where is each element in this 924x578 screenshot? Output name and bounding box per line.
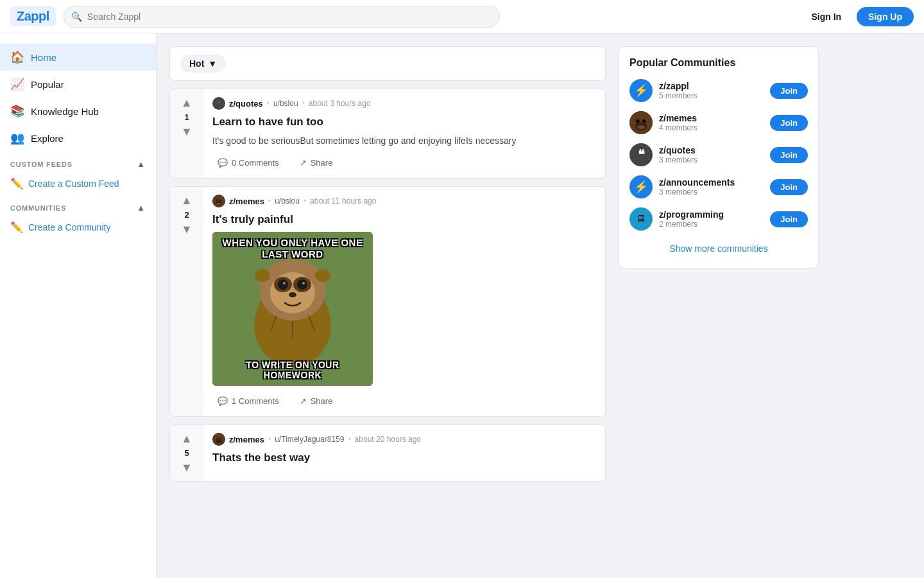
meme-image-2: WHEN YOU ONLY HAVE ONE LAST WORD TO WRIT…	[212, 232, 373, 386]
right-sidebar: Popular Communities ⚡ z/zappl 5 members …	[619, 46, 819, 565]
svg-point-26	[637, 125, 645, 129]
post-card-2: ▲ 2 ▼ z/memes • u/bslou	[169, 186, 606, 417]
join-button-zappl[interactable]: Join	[770, 83, 808, 99]
sidebar-item-home[interactable]: 🏠 Home	[0, 44, 156, 71]
community-info-announcements: z/announcements 3 members	[659, 177, 764, 197]
share-label-1: Share	[311, 158, 333, 168]
filter-hot-label: Hot	[189, 58, 204, 69]
popular-icon: 📈	[10, 77, 24, 91]
join-button-announcements[interactable]: Join	[770, 179, 808, 195]
create-community-icon: ✏️	[10, 221, 23, 233]
post-meta-2: z/memes • u/bslou • about 11 hours ago	[212, 195, 596, 207]
share-button-2[interactable]: ↗ Share	[295, 394, 338, 408]
upvote-button-1[interactable]: ▲	[180, 96, 194, 110]
community-icon-memes	[629, 111, 653, 134]
logo: Zappl	[10, 6, 56, 26]
custom-feeds-label: CUSTOM FEEDS	[10, 161, 73, 168]
community-row-quotes: ❝ z/quotes 3 members Join	[629, 143, 808, 166]
signup-button[interactable]: Sign Up	[857, 7, 914, 26]
create-custom-feed-link[interactable]: ✏️ Create a Custom Feed	[0, 171, 156, 195]
post-title-1[interactable]: Learn to have fun too	[212, 115, 596, 129]
signin-button[interactable]: Sign In	[803, 8, 849, 26]
search-bar: 🔍	[64, 6, 500, 28]
vote-column-2: ▲ 2 ▼	[170, 187, 203, 416]
communities-chevron[interactable]: ▲	[137, 203, 146, 213]
post-author-3[interactable]: u/TimelyJaguar8159	[275, 435, 344, 444]
main-content: Hot ▼ ▲ 1 ▼ ❝ z/quotes •	[157, 33, 924, 578]
search-input[interactable]	[64, 6, 500, 28]
post-title-3[interactable]: Thats the best way	[212, 451, 596, 465]
show-more-communities-link[interactable]: Show more communities	[629, 240, 808, 258]
post-time-3: about 20 hours ago	[355, 435, 421, 444]
comment-icon-1: 💬	[218, 158, 228, 168]
header-actions: Sign In Sign Up	[803, 7, 914, 26]
create-feed-icon: ✏️	[10, 177, 23, 189]
svg-point-3	[219, 200, 221, 202]
post-card-3: ▲ 5 ▼ z/memes • u/TimelyJaguar8159 •	[169, 425, 606, 482]
comments-button-1[interactable]: 💬 0 Comments	[212, 155, 284, 170]
post-body-2: z/memes • u/bslou • about 11 hours ago I…	[203, 187, 605, 416]
community-members-programming: 2 members	[659, 220, 764, 229]
community-name-memes[interactable]: z/memes	[659, 113, 764, 123]
sidebar-item-knowledge-hub[interactable]: 📚 Knowledge Hub	[0, 98, 156, 125]
community-name-3[interactable]: z/memes	[229, 435, 264, 444]
post-inner-3: ▲ 5 ▼ z/memes • u/TimelyJaguar8159 •	[170, 425, 605, 481]
vote-count-1: 1	[184, 112, 189, 122]
post-card-1: ▲ 1 ▼ ❝ z/quotes • u/bslou • about 3 hou…	[169, 89, 606, 179]
post-author-1[interactable]: u/bslou	[273, 99, 298, 108]
share-icon-2: ↗	[300, 396, 307, 406]
filter-hot-button[interactable]: Hot ▼	[180, 55, 226, 73]
share-button-1[interactable]: ↗ Share	[295, 155, 338, 170]
svg-point-11	[278, 279, 288, 290]
sidebar-item-knowledge-label: Knowledge Hub	[31, 106, 99, 117]
community-row-announcements: ⚡ z/announcements 3 members Join	[629, 175, 808, 198]
community-name-zappl[interactable]: z/zappl	[659, 81, 764, 91]
share-label-2: Share	[311, 396, 333, 406]
community-name-announcements[interactable]: z/announcements	[659, 177, 764, 188]
create-community-link[interactable]: ✏️ Create a Community	[0, 215, 156, 239]
sidebar-item-popular[interactable]: 📈 Popular	[0, 71, 156, 98]
post-title-2[interactable]: It's truly painful	[212, 213, 596, 227]
downvote-button-3[interactable]: ▼	[180, 460, 194, 475]
post-meta-3: z/memes • u/TimelyJaguar8159 • about 20 …	[212, 433, 596, 446]
community-avatar-1: ❝	[212, 97, 225, 110]
join-button-quotes[interactable]: Join	[770, 147, 808, 163]
upvote-button-3[interactable]: ▲	[180, 432, 194, 446]
svg-point-24	[636, 119, 640, 123]
sidebar-item-explore[interactable]: 👥 Explore	[0, 125, 156, 152]
community-row-memes: z/memes 4 members Join	[629, 111, 808, 134]
knowledge-hub-icon: 📚	[10, 104, 24, 118]
comment-icon-2: 💬	[218, 396, 228, 406]
upvote-button-2[interactable]: ▲	[180, 193, 194, 207]
meme-top-text: WHEN YOU ONLY HAVE ONE LAST WORD	[212, 237, 373, 260]
post-body-3: z/memes • u/TimelyJaguar8159 • about 20 …	[203, 425, 605, 481]
comments-button-2[interactable]: 💬 1 Comments	[212, 394, 284, 408]
downvote-button-1[interactable]: ▼	[180, 125, 194, 139]
community-name-programming[interactable]: z/programming	[659, 209, 764, 220]
community-info-zappl: z/zappl 5 members	[659, 81, 764, 100]
community-avatar-2	[212, 195, 225, 207]
custom-feeds-chevron[interactable]: ▲	[137, 159, 146, 169]
community-name-quotes[interactable]: z/quotes	[659, 145, 764, 155]
sidebar-item-popular-label: Popular	[31, 79, 64, 90]
comments-count-2: 1 Comments	[232, 396, 279, 406]
svg-point-19	[216, 439, 222, 443]
share-icon-1: ↗	[300, 158, 307, 168]
post-inner-1: ▲ 1 ▼ ❝ z/quotes • u/bslou • about 3 hou…	[170, 89, 605, 178]
downvote-button-2[interactable]: ▼	[180, 222, 194, 236]
post-text-1: It's good to be seriousBut sometimes let…	[212, 134, 596, 148]
join-button-memes[interactable]: Join	[770, 115, 808, 131]
svg-point-13	[283, 282, 286, 285]
join-button-programming[interactable]: Join	[770, 211, 808, 227]
community-members-announcements: 3 members	[659, 188, 764, 197]
community-avatar-3	[212, 433, 225, 446]
popular-communities-card: Popular Communities ⚡ z/zappl 5 members …	[619, 46, 819, 268]
post-actions-1: 💬 0 Comments ↗ Share	[212, 155, 596, 170]
post-author-2[interactable]: u/bslou	[275, 197, 300, 206]
community-name-1[interactable]: z/quotes	[229, 99, 263, 109]
create-community-label: Create a Community	[28, 222, 110, 232]
community-name-2[interactable]: z/memes	[229, 197, 264, 206]
sidebar-item-explore-label: Explore	[31, 133, 64, 144]
vote-column-1: ▲ 1 ▼	[170, 89, 203, 178]
community-icon-programming: 🖥	[629, 207, 653, 231]
